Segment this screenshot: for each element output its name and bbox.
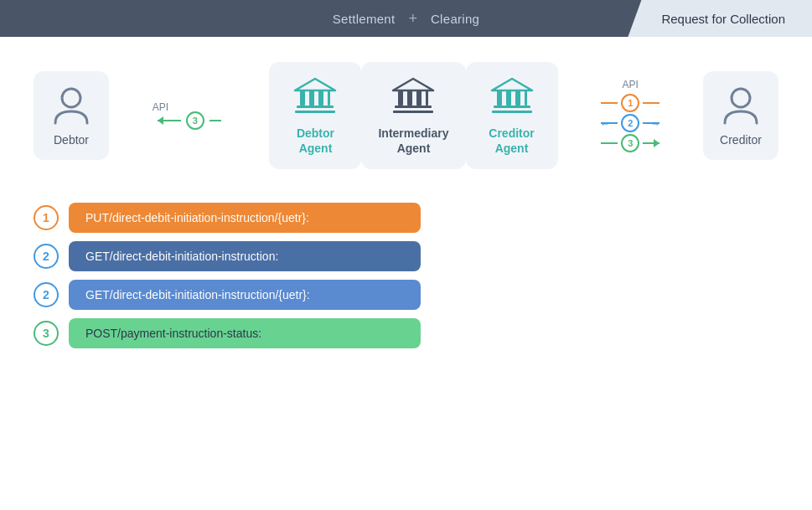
- legend-badge-2a: GET/direct-debit-initiation-instruction:: [69, 241, 421, 271]
- top-bar: Settlement + Clearing Request for Collec…: [0, 0, 812, 37]
- orange-line-left: [601, 102, 618, 104]
- svg-rect-4: [318, 90, 323, 106]
- debtor-agent-bank-icon: [293, 75, 337, 119]
- svg-rect-20: [494, 106, 530, 108]
- legend-area: 1 PUT/direct-debit-initiation-instructio…: [0, 203, 812, 348]
- circle-2-blue: 2: [621, 114, 639, 132]
- svg-rect-17: [506, 90, 511, 106]
- legend-item-4: 3 POST/payment-instruction-status:: [34, 318, 778, 348]
- legend-circle-2a: 2: [34, 244, 59, 269]
- legend-circle-3: 3: [34, 321, 59, 346]
- legend-badge-3: POST/payment-instruction-status:: [69, 318, 421, 348]
- orange-line-right: [643, 102, 659, 104]
- left-dash: [209, 120, 221, 121]
- svg-rect-5: [328, 90, 330, 106]
- legend-badge-2b: GET/direct-debit-initiation-instruction/…: [69, 280, 421, 310]
- participants-row: Debtor API 3: [34, 62, 778, 169]
- svg-point-0: [62, 89, 80, 107]
- right-arrow-1: 1: [601, 94, 659, 112]
- intermediary-agent-label: IntermediaryAgent: [378, 126, 448, 156]
- right-arrow-2: ← 2 →: [601, 114, 659, 132]
- svg-rect-19: [525, 90, 527, 106]
- legend-item-1: 1 PUT/direct-debit-initiation-instructio…: [34, 203, 778, 233]
- svg-rect-3: [309, 90, 314, 106]
- intermediary-agent-bank-icon: [391, 75, 435, 119]
- creditor-agent-label: CreditorAgent: [489, 126, 534, 156]
- svg-rect-12: [426, 90, 428, 106]
- svg-rect-16: [497, 90, 502, 106]
- intermediary-agent-card: IntermediaryAgent: [361, 62, 465, 169]
- right-api-arrows: API 1 ← 2 → 3: [601, 79, 659, 152]
- creditor-agent-card: CreditorAgent: [466, 62, 558, 169]
- svg-rect-2: [300, 90, 305, 106]
- svg-marker-1: [295, 79, 335, 90]
- right-arrow-3: 3: [601, 134, 659, 152]
- creditor-icon: [720, 85, 762, 126]
- settlement-label[interactable]: Settlement: [333, 12, 396, 26]
- legend-badge-1: PUT/direct-debit-initiation-instruction/…: [69, 203, 421, 233]
- left-arrow-row: 3: [153, 111, 226, 130]
- svg-marker-15: [492, 79, 532, 90]
- legend-circle-1: 1: [34, 205, 59, 230]
- blue-right-line: →: [643, 122, 659, 124]
- creditor-label: Creditor: [720, 133, 762, 147]
- debtor-icon: [50, 85, 92, 126]
- svg-rect-9: [398, 90, 403, 106]
- top-bar-content: Settlement + Clearing: [333, 10, 480, 28]
- svg-rect-18: [515, 90, 520, 106]
- svg-rect-13: [395, 106, 432, 108]
- svg-rect-21: [492, 111, 532, 113]
- debtor-agent-card: DebtorAgent: [269, 62, 361, 169]
- agents-group: DebtorAgent IntermediaryAgent: [269, 62, 557, 169]
- legend-item-2: 2 GET/direct-debit-initiation-instructio…: [34, 241, 778, 271]
- circle-1-orange: 1: [621, 94, 639, 112]
- debtor-label: Debtor: [54, 133, 89, 147]
- circle-3-green: 3: [621, 134, 639, 152]
- svg-marker-8: [393, 79, 433, 90]
- left-api-arrow: API 3: [153, 101, 226, 130]
- svg-rect-7: [295, 111, 335, 113]
- svg-rect-14: [393, 111, 433, 113]
- active-tab[interactable]: Request for Collection: [628, 0, 812, 37]
- plus-icon: +: [408, 10, 417, 28]
- green-line-left: [601, 142, 618, 144]
- api-label-right: API: [623, 79, 639, 90]
- debtor-agent-label: DebtorAgent: [297, 126, 334, 156]
- green-line-right: [643, 142, 659, 144]
- legend-item-3: 2 GET/direct-debit-initiation-instructio…: [34, 280, 778, 310]
- left-circle-3: 3: [186, 111, 204, 130]
- creditor-container: Creditor: [703, 71, 778, 160]
- svg-rect-10: [407, 90, 412, 106]
- blue-left-line: ←: [601, 122, 618, 124]
- svg-point-22: [732, 89, 750, 107]
- active-tab-label: Request for Collection: [661, 12, 785, 26]
- diagram-area: Debtor API 3: [0, 37, 812, 203]
- svg-rect-6: [297, 106, 334, 108]
- svg-rect-11: [416, 90, 422, 106]
- clearing-label[interactable]: Clearing: [431, 12, 479, 26]
- left-arrow-line: [158, 120, 181, 121]
- legend-circle-2b: 2: [34, 282, 59, 307]
- creditor-agent-bank-icon: [490, 75, 534, 119]
- debtor-container: Debtor: [34, 71, 109, 160]
